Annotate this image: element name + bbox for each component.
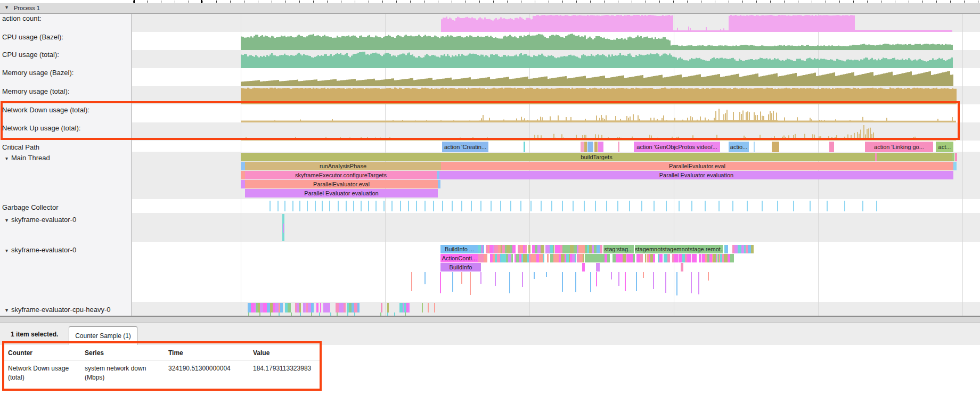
dense-slice[interactable]: [623, 254, 626, 262]
timeline-slice-tick[interactable]: [618, 142, 619, 152]
dense-slice[interactable]: [547, 254, 549, 262]
counter-chart-net_up[interactable]: [132, 122, 980, 141]
hanging-tick[interactable]: [665, 272, 666, 293]
dense-slice[interactable]: [579, 254, 583, 262]
dense-slice[interactable]: [316, 303, 318, 312]
hanging-tick[interactable]: [636, 272, 637, 291]
gc-tick[interactable]: [705, 201, 706, 211]
gc-tick[interactable]: [666, 201, 667, 211]
gc-tick[interactable]: [876, 201, 877, 211]
dense-slice[interactable]: [320, 303, 321, 312]
dense-slice[interactable]: [596, 263, 600, 271]
gc-tick[interactable]: [718, 201, 720, 211]
dense-slice[interactable]: [738, 245, 741, 253]
dense-slice[interactable]: [659, 254, 663, 262]
gc-tick[interactable]: [810, 201, 811, 211]
gc-tick[interactable]: [416, 201, 417, 211]
panel-divider[interactable]: [0, 316, 980, 323]
collapse-arrow-icon[interactable]: ▾: [5, 248, 8, 253]
counter-chart-mem_total[interactable]: [132, 86, 980, 104]
dense-slice[interactable]: [600, 245, 602, 253]
gc-tick[interactable]: [461, 201, 462, 211]
gc-tick[interactable]: [584, 201, 585, 211]
gc-tick[interactable]: [541, 201, 542, 211]
timeline-slice[interactable]: ParallelEvaluator.eval: [441, 162, 953, 170]
gc-tick[interactable]: [679, 201, 680, 211]
gc-tick[interactable]: [510, 201, 511, 211]
counter-chart-action_count[interactable]: [132, 14, 980, 32]
timeline-slice-tick[interactable]: [524, 142, 525, 152]
hanging-tick[interactable]: [522, 272, 523, 287]
counter-chart-net_down[interactable]: [132, 104, 980, 122]
gc-tick[interactable]: [353, 201, 354, 211]
gc-tick[interactable]: [424, 201, 426, 211]
dense-slice[interactable]: [550, 245, 553, 253]
timeline-slice[interactable]: act...: [936, 142, 953, 152]
hanging-tick[interactable]: [452, 272, 453, 292]
gc-tick[interactable]: [606, 201, 607, 211]
gc-tick[interactable]: [500, 201, 501, 211]
timeline-slice[interactable]: action 'Creatin...: [442, 142, 488, 152]
hanging-tick[interactable]: [461, 272, 462, 284]
timeline-slice[interactable]: Parallel Evaluator evaluation: [439, 171, 953, 179]
timeline-slice-tick[interactable]: [387, 303, 389, 312]
hanging-tick[interactable]: [480, 272, 481, 284]
table-cell[interactable]: 324190.51300000004: [168, 364, 231, 373]
hanging-tick[interactable]: [509, 272, 510, 293]
timeline-slice[interactable]: ParallelEvaluator.eval: [245, 180, 438, 188]
timeline-slice-tick[interactable]: [875, 153, 877, 161]
gc-tick[interactable]: [284, 201, 285, 211]
gc-tick[interactable]: [520, 201, 521, 211]
timeline-slice[interactable]: stag:stag...: [603, 245, 634, 253]
gc-tick[interactable]: [530, 201, 532, 211]
dense-slice[interactable]: [725, 245, 728, 253]
gc-tick[interactable]: [595, 201, 596, 211]
dense-slice[interactable]: [583, 254, 584, 262]
hanging-tick[interactable]: [424, 272, 426, 284]
gc-tick[interactable]: [322, 201, 323, 211]
track-label-main-thread[interactable]: ▾Main Thread: [5, 154, 50, 162]
dense-slice[interactable]: [581, 245, 585, 253]
hanging-tick[interactable]: [562, 272, 563, 292]
gc-tick[interactable]: [491, 201, 492, 211]
dense-slice[interactable]: [494, 245, 498, 253]
dense-slice[interactable]: [667, 254, 670, 262]
gc-tick[interactable]: [629, 201, 630, 211]
timeline-slice[interactable]: skyframeExecutor.configureTargets: [245, 171, 437, 179]
timeline-slice-tick[interactable]: [585, 254, 605, 262]
gc-tick[interactable]: [617, 201, 618, 211]
timeline-slice-tick[interactable]: [955, 153, 957, 161]
hanging-tick[interactable]: [691, 272, 692, 293]
gc-tick[interactable]: [383, 201, 385, 211]
dense-slice[interactable]: [541, 245, 544, 253]
dense-slice[interactable]: [344, 303, 346, 312]
gc-tick[interactable]: [691, 201, 692, 211]
hanging-tick[interactable]: [708, 272, 709, 281]
timeline-slice[interactable]: runAnalysisPhase: [245, 162, 441, 170]
gc-tick[interactable]: [551, 201, 552, 211]
gc-tick[interactable]: [315, 201, 316, 211]
gc-tick[interactable]: [329, 201, 330, 211]
collapse-arrow-icon[interactable]: ▾: [5, 155, 8, 161]
timeline-slice-tick[interactable]: [241, 162, 245, 170]
dense-slice[interactable]: [328, 303, 330, 312]
table-cell[interactable]: 184.1793113323983: [253, 364, 311, 373]
timeline-slice-tick[interactable]: [587, 142, 593, 152]
gc-tick[interactable]: [442, 201, 443, 211]
dense-slice[interactable]: [263, 303, 267, 312]
dense-slice[interactable]: [543, 254, 545, 262]
collapse-arrow-icon[interactable]: ▾: [5, 217, 8, 223]
dense-slice[interactable]: [288, 303, 291, 312]
timeline-slice-tick[interactable]: [428, 303, 429, 312]
gc-tick[interactable]: [433, 201, 434, 211]
hanging-tick[interactable]: [653, 272, 654, 289]
gc-tick[interactable]: [361, 201, 362, 211]
dense-slice[interactable]: [511, 254, 513, 262]
dense-slice[interactable]: [607, 254, 610, 262]
timeline-slice[interactable]: actio...: [729, 142, 749, 152]
gc-tick[interactable]: [641, 201, 642, 211]
gc-tick[interactable]: [400, 201, 401, 211]
dense-slice[interactable]: [560, 245, 562, 253]
gc-tick[interactable]: [408, 201, 409, 211]
timeline-slice[interactable]: action 'Linking go...: [865, 142, 933, 152]
